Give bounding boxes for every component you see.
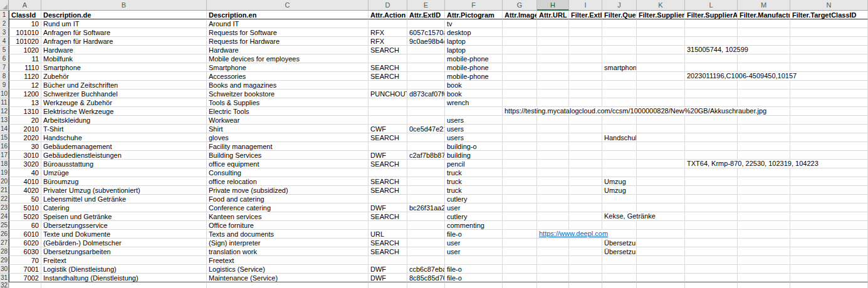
cell-L29[interactable] (685, 256, 738, 265)
cell-K20[interactable] (637, 177, 685, 186)
cell-E27[interactable] (407, 239, 445, 247)
cell-C5[interactable]: Hardware (207, 46, 369, 54)
cell-A27[interactable]: 6020 (9, 239, 41, 247)
cell-I16[interactable] (569, 142, 602, 151)
cell-N12[interactable] (790, 107, 868, 116)
cell-I11[interactable] (569, 98, 602, 107)
cell-G19[interactable] (503, 168, 537, 177)
column-header-K[interactable]: K (637, 0, 685, 11)
cell-C19[interactable]: Consulting (207, 168, 369, 177)
cell-N31[interactable] (790, 274, 868, 282)
cell-A9[interactable]: 12 (9, 81, 41, 90)
cell-B3[interactable]: Anfragen für Software (41, 28, 207, 37)
cell-C23[interactable]: Conference catering (207, 203, 369, 212)
cell-A14[interactable]: 2010 (9, 125, 41, 133)
cell-J3[interactable] (602, 28, 637, 37)
cell-J23[interactable] (602, 203, 637, 212)
cell-F8[interactable]: mobile-phone (445, 72, 503, 81)
cell-C11[interactable]: Tools & Supplies (207, 98, 369, 107)
cell-N2[interactable] (790, 19, 868, 28)
cell-H30[interactable] (537, 265, 569, 274)
cell-A5[interactable]: 1020 (9, 46, 41, 54)
cell-D7[interactable]: SEARCH (369, 63, 407, 72)
cell-J11[interactable] (602, 98, 637, 107)
column-header-G[interactable]: G (503, 0, 537, 11)
cell-A12[interactable]: 1310 (9, 107, 41, 116)
cell-M26[interactable] (738, 230, 790, 239)
select-all-corner[interactable] (0, 0, 9, 11)
cell-E12[interactable] (407, 107, 445, 116)
cell-J20[interactable]: Umzug (602, 177, 637, 186)
cell-M28[interactable] (738, 247, 790, 256)
cell-I1[interactable]: Filter.ExtID (569, 11, 602, 19)
cell-I32[interactable] (569, 282, 602, 288)
cell-E25[interactable] (407, 221, 445, 230)
cell-K9[interactable] (637, 81, 685, 90)
cell-G24[interactable] (503, 212, 537, 221)
cell-F25[interactable]: commenting (445, 221, 503, 230)
cell-C9[interactable]: Books and magazines (207, 81, 369, 90)
column-header-A[interactable]: A (9, 0, 41, 11)
column-header-H[interactable]: H (537, 0, 569, 11)
cell-M1[interactable]: Filter.ManufacturerID (738, 11, 790, 19)
cell-C8[interactable]: Accessories (207, 72, 369, 81)
cell-D17[interactable]: DWF (369, 151, 407, 160)
column-header-I[interactable]: I (569, 0, 602, 11)
cell-K21[interactable] (637, 186, 685, 195)
row-header-9[interactable]: 9 (0, 81, 9, 90)
cell-M15[interactable] (738, 133, 790, 142)
cell-H2[interactable] (537, 19, 569, 28)
cell-I8[interactable] (569, 72, 602, 81)
cell-F7[interactable]: mobile-phone (445, 63, 503, 72)
cell-I3[interactable] (569, 28, 602, 37)
cell-K3[interactable] (637, 28, 685, 37)
row-header-11[interactable]: 11 (0, 98, 9, 107)
cell-H31[interactable] (537, 274, 569, 282)
cell-N9[interactable] (790, 81, 868, 90)
cell-F4[interactable]: laptop (445, 37, 503, 46)
cell-E20[interactable] (407, 177, 445, 186)
cell-K2[interactable] (637, 19, 685, 28)
cell-A15[interactable]: 2020 (9, 133, 41, 142)
cell-C24[interactable]: Kanteen services (207, 212, 369, 221)
cell-N8[interactable] (790, 72, 868, 81)
cell-B5[interactable]: Hardware (41, 46, 207, 54)
cell-C27[interactable]: (Sign) interpreter (207, 239, 369, 247)
cell-F23[interactable]: user (445, 203, 503, 212)
cell-G25[interactable] (503, 221, 537, 230)
cell-K10[interactable] (637, 90, 685, 98)
row-header-28[interactable]: 28 (0, 247, 9, 256)
cell-E31[interactable]: 8c85c85d76 (407, 274, 445, 282)
cell-D5[interactable]: SEARCH (369, 46, 407, 54)
cell-F6[interactable]: mobile-phone (445, 54, 503, 63)
cell-N30[interactable] (790, 265, 868, 274)
cell-L9[interactable] (685, 81, 738, 90)
cell-L3[interactable] (685, 28, 738, 37)
row-header-4[interactable]: 4 (0, 37, 9, 46)
cell-F16[interactable]: building-o (445, 142, 503, 151)
cell-B30[interactable]: Logistik (Dienstleistung) (41, 265, 207, 274)
cell-J14[interactable] (602, 125, 637, 133)
cell-G12[interactable]: https://testing.mycatalogcloud.com/ccsm/… (503, 107, 537, 116)
cell-K23[interactable] (637, 203, 685, 212)
cell-H1[interactable]: Attr.URL (537, 11, 569, 19)
cell-G17[interactable] (503, 151, 537, 160)
cell-C31[interactable]: Maintenance (Service) (207, 274, 369, 282)
cell-A31[interactable]: 7002 (9, 274, 41, 282)
cell-B1[interactable]: Description.de (41, 11, 207, 19)
cell-F15[interactable]: users (445, 133, 503, 142)
cell-M23[interactable] (738, 203, 790, 212)
cell-B19[interactable]: Umzüge (41, 168, 207, 177)
cell-F28[interactable]: user (445, 247, 503, 256)
column-header-N[interactable]: N (790, 0, 868, 11)
cell-D9[interactable] (369, 81, 407, 90)
cell-C13[interactable]: Workwear (207, 116, 369, 125)
cell-I7[interactable] (569, 63, 602, 72)
cell-C2[interactable]: Around IT (207, 19, 369, 28)
cell-B12[interactable]: Elektrische Werkzeuge (41, 107, 207, 116)
cell-G16[interactable] (503, 142, 537, 151)
cell-C18[interactable]: office equipment (207, 160, 369, 168)
cell-H28[interactable] (537, 247, 569, 256)
cell-D29[interactable] (369, 256, 407, 265)
cell-G4[interactable] (503, 37, 537, 46)
